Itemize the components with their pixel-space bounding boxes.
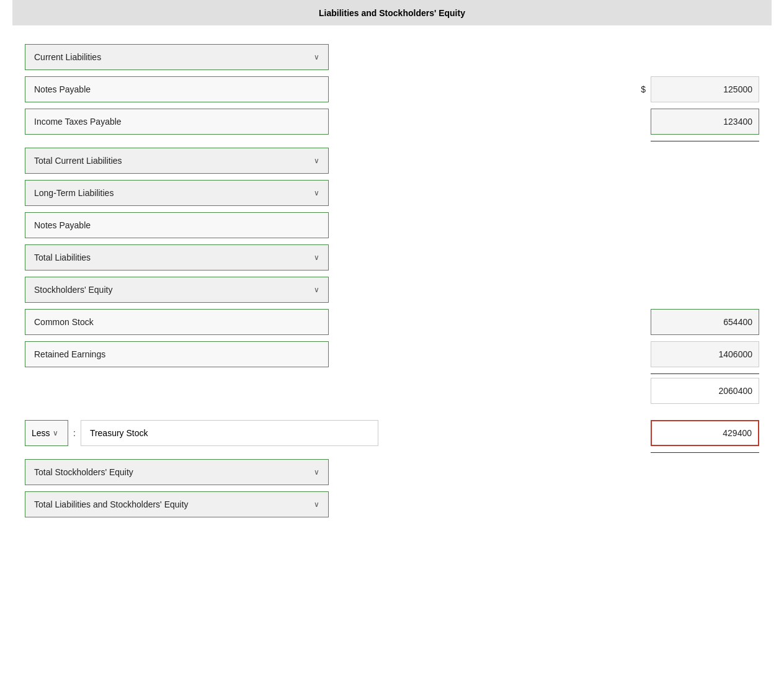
retained-earnings-value[interactable]: 1406000 [651,341,759,367]
long-term-liabilities-row: Long-Term Liabilities ∨ [25,180,759,206]
total-liabilities-chevron: ∨ [314,253,319,262]
common-stock-row: Common Stock 654400 [25,309,759,335]
page-container: Liabilities and Stockholders' Equity Cur… [0,0,784,675]
current-liabilities-chevron: ∨ [314,53,319,61]
current-liabilities-row: Current Liabilities ∨ [25,44,759,70]
common-stock-value-area: 654400 [651,309,759,335]
less-label: Less [32,428,50,438]
total-stockholders-equity-row: Total Stockholders' Equity ∨ [25,459,759,485]
treasury-stock-value[interactable]: 429400 [651,420,759,446]
total-liabilities-equity-row: Total Liabilities and Stockholders' Equi… [25,491,759,517]
notes-payable-long-label: Notes Payable [34,220,91,230]
treasury-stock-row: Less ∨ : Treasury Stock 429400 [25,420,759,446]
section-header: Liabilities and Stockholders' Equity [12,0,772,25]
colon-separator: : [73,428,76,438]
less-chevron: ∨ [53,429,58,437]
long-term-liabilities-dropdown[interactable]: Long-Term Liabilities ∨ [25,180,329,206]
income-taxes-payable-row: Income Taxes Payable 123400 [25,109,759,135]
dollar-sign: $ [641,84,646,94]
treasury-stock-label: Treasury Stock [90,428,148,438]
total-stockholders-equity-dropdown[interactable]: Total Stockholders' Equity ∨ [25,459,329,485]
total-current-liabilities-chevron: ∨ [314,156,319,165]
notes-payable-current-label: Notes Payable [34,84,91,94]
stockholders-equity-row: Stockholders' Equity ∨ [25,277,759,303]
total-current-liabilities-label: Total Current Liabilities [34,156,122,166]
stockholders-equity-dropdown[interactable]: Stockholders' Equity ∨ [25,277,329,303]
income-taxes-payable-value[interactable]: 123400 [651,109,759,135]
treasury-stock-value-area: 429400 [651,420,759,446]
common-stock-label-box[interactable]: Common Stock [25,309,329,335]
notes-payable-current-row: Notes Payable $ 125000 [25,76,759,102]
notes-payable-current-value[interactable]: 125000 [651,76,759,102]
notes-payable-long-label-box[interactable]: Notes Payable [25,212,329,238]
total-liabilities-label: Total Liabilities [34,253,91,262]
current-liabilities-dropdown[interactable]: Current Liabilities ∨ [25,44,329,70]
total-liabilities-dropdown[interactable]: Total Liabilities ∨ [25,244,329,270]
total-liabilities-equity-dropdown[interactable]: Total Liabilities and Stockholders' Equi… [25,491,329,517]
total-stockholders-equity-label: Total Stockholders' Equity [34,467,133,477]
total-liabilities-equity-chevron: ∨ [314,500,319,509]
header-title: Liabilities and Stockholders' Equity [319,8,465,18]
subtotal-value: 2060400 [651,378,759,404]
less-dropdown[interactable]: Less ∨ [25,420,68,446]
income-taxes-payable-value-area: 123400 [651,109,759,135]
total-liabilities-equity-label: Total Liabilities and Stockholders' Equi… [34,499,189,509]
total-current-liabilities-dropdown[interactable]: Total Current Liabilities ∨ [25,148,329,174]
retained-earnings-label-box[interactable]: Retained Earnings [25,341,329,367]
subtotal-row: 2060400 [25,378,759,404]
long-term-liabilities-chevron: ∨ [314,189,319,197]
retained-earnings-row: Retained Earnings 1406000 [25,341,759,367]
notes-payable-current-value-area: $ 125000 [641,76,759,102]
notes-payable-current-label-box[interactable]: Notes Payable [25,76,329,102]
notes-payable-long-row: Notes Payable [25,212,759,238]
stockholders-equity-chevron: ∨ [314,285,319,294]
content-area: Current Liabilities ∨ Notes Payable $ 12… [12,38,772,530]
subtotal-value-area: 2060400 [651,378,759,404]
total-liabilities-row: Total Liabilities ∨ [25,244,759,270]
retained-earnings-label: Retained Earnings [34,349,105,359]
common-stock-value[interactable]: 654400 [651,309,759,335]
common-stock-label: Common Stock [34,317,94,327]
income-taxes-payable-label-box[interactable]: Income Taxes Payable [25,109,329,135]
total-stockholders-equity-chevron: ∨ [314,468,319,476]
total-current-liabilities-row: Total Current Liabilities ∨ [25,148,759,174]
long-term-liabilities-label: Long-Term Liabilities [34,188,114,198]
treasury-stock-label-box[interactable]: Treasury Stock [81,420,378,446]
current-liabilities-label: Current Liabilities [34,52,101,62]
income-taxes-payable-label: Income Taxes Payable [34,117,122,127]
stockholders-equity-label: Stockholders' Equity [34,285,112,295]
retained-earnings-value-area: 1406000 [651,341,759,367]
